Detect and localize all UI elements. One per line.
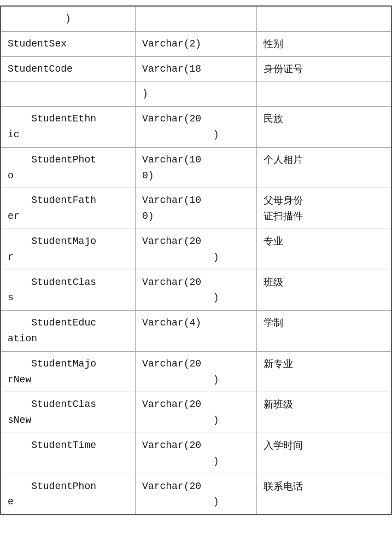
table-row-desc: 入学时间 [256,433,391,474]
schema-table: ) StudentSexVarchar(2)性别 StudentCodeVarc… [0,5,392,515]
table-row-name: StudentPhot o [1,147,136,188]
cell-desc-empty [256,82,391,107]
cell-type-code: Varchar(18 [136,56,257,82]
cell-student-education: StudentEduc ation [1,311,136,352]
table-row-type: Varchar(20 ) [136,392,257,433]
table-row-type: Varchar(20 ) [136,351,257,392]
table-row-desc: 专业 [256,229,391,270]
table-row-type: Varchar(20 ) [136,270,257,311]
cell-type-education: Varchar(4) [136,311,257,352]
table-row-desc: 性别 [256,31,391,56]
table-row-name: StudentPhon e [1,474,136,515]
table-row-name: StudentClas sNew [1,392,136,433]
cell-type-paren [136,6,257,31]
table-row-type: Varchar(20 ) [136,433,257,474]
table-row-name: StudentFath er [1,188,136,229]
table-row-name: StudentTime [1,433,136,474]
table-row-type: Varchar(20 ) [136,107,257,148]
table-row-type: Varchar(20 ) [136,474,257,515]
cell-desc-paren [256,6,391,31]
table-row-desc: 个人相片 [256,147,391,188]
table-row-desc: 新专业 [256,351,391,392]
table-row-desc: 新班级 [256,392,391,433]
cell-student-code: StudentCode [1,56,136,82]
cell-paren: ) [1,6,136,31]
table-row-type: Varchar(2) [136,31,257,56]
table-row-type: Varchar(10 0) [136,147,257,188]
table-row-name: StudentMajo rNew [1,351,136,392]
table-row-type: Varchar(10 0) [136,188,257,229]
table-container: ) StudentSexVarchar(2)性别 StudentCodeVarc… [0,0,392,521]
table-row-name: StudentSex [1,31,136,56]
table-row-desc: 班级 [256,270,391,311]
table-row-name: StudentClas s [1,270,136,311]
table-row-name: StudentMajo r [1,229,136,270]
cell-desc-code: 身份证号 [256,56,391,82]
cell-type-empty: ) [136,82,257,107]
cell-empty [1,82,136,107]
table-row-type: Varchar(20 ) [136,229,257,270]
table-row-desc: 联系电话 [256,474,391,515]
table-row-desc: 父母身份 证扫描件 [256,188,391,229]
cell-desc-education: 学制 [256,311,391,352]
table-row-name: StudentEthn ic [1,107,136,148]
table-row-desc: 民族 [256,107,391,148]
